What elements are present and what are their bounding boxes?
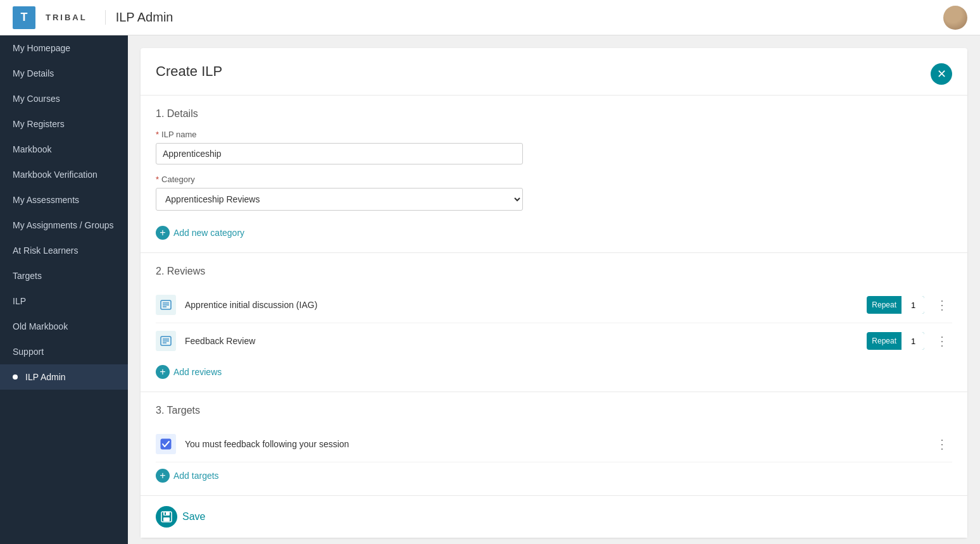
sidebar-item-markbook-verification[interactable]: Markbook Verification (0, 162, 128, 187)
sidebar-item-my-homepage[interactable]: My Homepage (0, 35, 128, 61)
review-name-iag: Apprentice initial discussion (IAG) (185, 300, 867, 310)
more-icon-target: ⋮ (936, 436, 948, 452)
sidebar-item-ilp-admin[interactable]: ILP Admin (0, 364, 128, 390)
more-options-feedback[interactable]: ⋮ (932, 331, 952, 351)
avatar[interactable] (943, 6, 967, 30)
sidebar-item-label: My Assignments / Groups (13, 220, 114, 230)
add-category-icon: + (156, 226, 170, 240)
ilp-name-field-group: *ILP name (156, 130, 952, 164)
add-category-label: Add new category (173, 228, 244, 238)
sidebar-item-label: My Assessments (13, 195, 79, 205)
header-left: T TRIBAL ILP Admin (13, 6, 173, 29)
logo-box: T (13, 6, 35, 29)
section-details: 1. Details *ILP name *Category Apprentic… (141, 95, 967, 252)
more-icon-2: ⋮ (936, 333, 948, 349)
target-name-1: You must feedback following your session (185, 439, 932, 449)
add-reviews-button[interactable]: + Add reviews (156, 365, 222, 379)
save-icon (156, 506, 177, 528)
reviews-heading: 2. Reviews (156, 266, 952, 277)
save-button[interactable]: Save (156, 506, 205, 528)
checkbox-check-icon (160, 438, 172, 450)
sidebar-item-my-registers[interactable]: My Registers (0, 111, 128, 137)
repeat-label-feedback: Repeat (867, 333, 901, 349)
target-item-1: You must feedback following your session… (156, 426, 952, 462)
sidebar-item-at-risk-learners[interactable]: At Risk Learners (0, 238, 128, 263)
review-item-iag: Apprentice initial discussion (IAG) Repe… (156, 287, 952, 323)
sidebar-item-label: Old Markbook (13, 321, 68, 331)
close-icon: ✕ (937, 67, 946, 81)
active-indicator (13, 374, 18, 380)
category-field-group: *Category Apprenticeship Reviews General… (156, 175, 952, 211)
details-heading: 1. Details (156, 108, 952, 120)
sidebar-item-label: My Courses (13, 94, 60, 104)
brand-name: TRIBAL (46, 13, 87, 22)
ilp-name-label: *ILP name (156, 130, 952, 139)
more-options-target-1[interactable]: ⋮ (932, 434, 952, 454)
category-label: *Category (156, 175, 952, 184)
sidebar-item-ilp[interactable]: ILP (0, 288, 128, 314)
repeat-input-iag[interactable] (901, 296, 924, 314)
save-label: Save (182, 511, 205, 522)
main-content: Create ILP ✕ 1. Details *ILP name *Categ… (128, 35, 980, 544)
sidebar-item-targets[interactable]: Targets (0, 263, 128, 288)
sidebar-item-label: Markbook (13, 144, 51, 154)
target-icon-1 (156, 434, 176, 454)
sidebar-item-label: ILP Admin (25, 372, 66, 382)
header-title: ILP Admin (105, 10, 173, 25)
ilp-name-required: * (156, 130, 159, 139)
category-select[interactable]: Apprenticeship Reviews General Work-Base… (156, 188, 523, 211)
sidebar-item-support[interactable]: Support (0, 339, 128, 364)
sidebar-item-label: At Risk Learners (13, 245, 78, 256)
more-options-iag[interactable]: ⋮ (932, 295, 952, 315)
add-reviews-icon: + (156, 365, 170, 379)
svg-rect-10 (163, 512, 170, 516)
repeat-input-feedback[interactable] (901, 332, 924, 350)
sidebar-item-label: My Homepage (13, 43, 70, 53)
targets-heading: 3. Targets (156, 405, 952, 416)
logo-letter: T (21, 11, 28, 24)
sidebar-item-markbook[interactable]: Markbook (0, 137, 128, 162)
sidebar-item-my-assignments-groups[interactable]: My Assignments / Groups (0, 213, 128, 238)
review-icon-feedback (156, 331, 176, 351)
sidebar-item-label: Markbook Verification (13, 170, 97, 180)
add-reviews-label: Add reviews (173, 367, 222, 377)
form-panel: Create ILP ✕ 1. Details *ILP name *Categ… (141, 48, 967, 538)
sidebar-item-label: Support (13, 347, 44, 357)
sidebar-item-old-markbook[interactable]: Old Markbook (0, 314, 128, 339)
svg-rect-11 (163, 517, 170, 521)
repeat-control-feedback: Repeat (867, 332, 924, 350)
section-reviews: 2. Reviews Apprentice initial discussion… (141, 252, 967, 392)
avatar-image (943, 6, 967, 30)
sidebar-item-my-assessments[interactable]: My Assessments (0, 187, 128, 213)
sidebar: My Homepage My Details My Courses My Reg… (0, 35, 128, 544)
layout: My Homepage My Details My Courses My Reg… (0, 35, 980, 544)
review-name-feedback: Feedback Review (185, 336, 867, 346)
form-title: Create ILP (156, 63, 222, 80)
header: T TRIBAL ILP Admin (0, 0, 980, 35)
add-targets-icon: + (156, 469, 170, 483)
review-icon-iag (156, 295, 176, 315)
more-icon: ⋮ (936, 297, 948, 312)
sidebar-item-label: My Details (13, 68, 54, 78)
document-lines-icon (160, 300, 172, 310)
add-category-button[interactable]: + Add new category (156, 226, 244, 240)
sidebar-item-my-courses[interactable]: My Courses (0, 86, 128, 111)
repeat-label-iag: Repeat (867, 297, 901, 312)
review-item-feedback: Feedback Review Repeat ⋮ (156, 323, 952, 359)
repeat-control-iag: Repeat (867, 296, 924, 314)
sidebar-item-label: ILP (13, 296, 26, 306)
svg-rect-12 (165, 512, 166, 515)
save-bar: Save (141, 495, 967, 538)
ilp-name-input[interactable] (156, 143, 523, 164)
category-required: * (156, 175, 159, 184)
sidebar-item-label: Targets (13, 271, 42, 281)
save-disk-icon (161, 511, 172, 522)
add-targets-label: Add targets (173, 471, 219, 481)
sidebar-item-label: My Registers (13, 119, 65, 129)
section-targets: 3. Targets You must feedback following y… (141, 392, 967, 495)
form-header: Create ILP ✕ (141, 48, 967, 95)
sidebar-item-my-details[interactable]: My Details (0, 61, 128, 86)
document-lines-icon-2 (160, 336, 172, 346)
close-button[interactable]: ✕ (931, 63, 952, 85)
add-targets-button[interactable]: + Add targets (156, 469, 219, 483)
